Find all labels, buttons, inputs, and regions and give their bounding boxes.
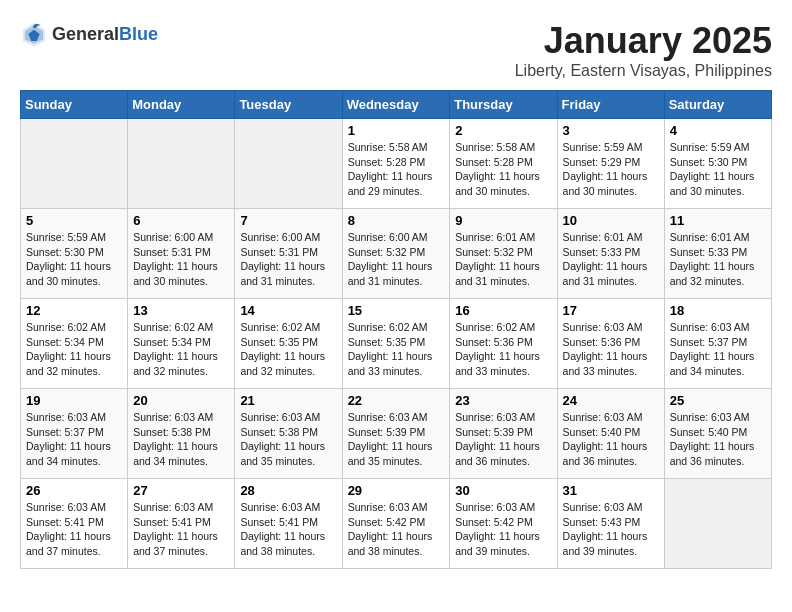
- day-info: Sunrise: 6:01 AMSunset: 5:33 PMDaylight:…: [563, 230, 659, 289]
- day-info: Sunrise: 5:59 AMSunset: 5:30 PMDaylight:…: [26, 230, 122, 289]
- day-info: Sunrise: 6:02 AMSunset: 5:35 PMDaylight:…: [240, 320, 336, 379]
- calendar-cell: 24Sunrise: 6:03 AMSunset: 5:40 PMDayligh…: [557, 389, 664, 479]
- day-number: 16: [455, 303, 551, 318]
- day-info: Sunrise: 6:03 AMSunset: 5:41 PMDaylight:…: [26, 500, 122, 559]
- week-row-3: 12Sunrise: 6:02 AMSunset: 5:34 PMDayligh…: [21, 299, 772, 389]
- day-number: 27: [133, 483, 229, 498]
- calendar-cell: 28Sunrise: 6:03 AMSunset: 5:41 PMDayligh…: [235, 479, 342, 569]
- calendar-cell: 10Sunrise: 6:01 AMSunset: 5:33 PMDayligh…: [557, 209, 664, 299]
- day-info: Sunrise: 6:01 AMSunset: 5:32 PMDaylight:…: [455, 230, 551, 289]
- day-number: 21: [240, 393, 336, 408]
- day-number: 25: [670, 393, 766, 408]
- calendar-cell: [128, 119, 235, 209]
- day-number: 28: [240, 483, 336, 498]
- day-info: Sunrise: 6:03 AMSunset: 5:40 PMDaylight:…: [563, 410, 659, 469]
- weekday-header-saturday: Saturday: [664, 91, 771, 119]
- calendar-cell: 1Sunrise: 5:58 AMSunset: 5:28 PMDaylight…: [342, 119, 450, 209]
- calendar-cell: 4Sunrise: 5:59 AMSunset: 5:30 PMDaylight…: [664, 119, 771, 209]
- calendar-cell: [235, 119, 342, 209]
- day-number: 7: [240, 213, 336, 228]
- day-info: Sunrise: 6:02 AMSunset: 5:36 PMDaylight:…: [455, 320, 551, 379]
- day-number: 5: [26, 213, 122, 228]
- day-info: Sunrise: 6:03 AMSunset: 5:38 PMDaylight:…: [240, 410, 336, 469]
- day-number: 4: [670, 123, 766, 138]
- day-info: Sunrise: 6:03 AMSunset: 5:42 PMDaylight:…: [348, 500, 445, 559]
- weekday-header-sunday: Sunday: [21, 91, 128, 119]
- calendar-cell: 23Sunrise: 6:03 AMSunset: 5:39 PMDayligh…: [450, 389, 557, 479]
- calendar: SundayMondayTuesdayWednesdayThursdayFrid…: [20, 90, 772, 569]
- day-number: 23: [455, 393, 551, 408]
- day-info: Sunrise: 6:00 AMSunset: 5:31 PMDaylight:…: [240, 230, 336, 289]
- day-number: 14: [240, 303, 336, 318]
- day-info: Sunrise: 6:02 AMSunset: 5:35 PMDaylight:…: [348, 320, 445, 379]
- day-info: Sunrise: 6:03 AMSunset: 5:37 PMDaylight:…: [670, 320, 766, 379]
- calendar-cell: 7Sunrise: 6:00 AMSunset: 5:31 PMDaylight…: [235, 209, 342, 299]
- day-info: Sunrise: 6:03 AMSunset: 5:40 PMDaylight:…: [670, 410, 766, 469]
- calendar-cell: 12Sunrise: 6:02 AMSunset: 5:34 PMDayligh…: [21, 299, 128, 389]
- calendar-cell: 16Sunrise: 6:02 AMSunset: 5:36 PMDayligh…: [450, 299, 557, 389]
- weekday-header-tuesday: Tuesday: [235, 91, 342, 119]
- calendar-cell: 13Sunrise: 6:02 AMSunset: 5:34 PMDayligh…: [128, 299, 235, 389]
- day-info: Sunrise: 6:03 AMSunset: 5:41 PMDaylight:…: [133, 500, 229, 559]
- calendar-cell: [664, 479, 771, 569]
- day-info: Sunrise: 6:02 AMSunset: 5:34 PMDaylight:…: [26, 320, 122, 379]
- day-number: 12: [26, 303, 122, 318]
- day-info: Sunrise: 6:02 AMSunset: 5:34 PMDaylight:…: [133, 320, 229, 379]
- day-number: 8: [348, 213, 445, 228]
- calendar-cell: 18Sunrise: 6:03 AMSunset: 5:37 PMDayligh…: [664, 299, 771, 389]
- day-number: 29: [348, 483, 445, 498]
- day-number: 10: [563, 213, 659, 228]
- day-info: Sunrise: 6:03 AMSunset: 5:36 PMDaylight:…: [563, 320, 659, 379]
- weekday-header-thursday: Thursday: [450, 91, 557, 119]
- calendar-cell: 17Sunrise: 6:03 AMSunset: 5:36 PMDayligh…: [557, 299, 664, 389]
- day-number: 19: [26, 393, 122, 408]
- day-info: Sunrise: 6:03 AMSunset: 5:41 PMDaylight:…: [240, 500, 336, 559]
- calendar-cell: 29Sunrise: 6:03 AMSunset: 5:42 PMDayligh…: [342, 479, 450, 569]
- day-info: Sunrise: 6:03 AMSunset: 5:38 PMDaylight:…: [133, 410, 229, 469]
- week-row-4: 19Sunrise: 6:03 AMSunset: 5:37 PMDayligh…: [21, 389, 772, 479]
- calendar-cell: 27Sunrise: 6:03 AMSunset: 5:41 PMDayligh…: [128, 479, 235, 569]
- day-number: 11: [670, 213, 766, 228]
- day-info: Sunrise: 6:03 AMSunset: 5:39 PMDaylight:…: [455, 410, 551, 469]
- calendar-cell: 8Sunrise: 6:00 AMSunset: 5:32 PMDaylight…: [342, 209, 450, 299]
- day-info: Sunrise: 5:58 AMSunset: 5:28 PMDaylight:…: [455, 140, 551, 199]
- day-number: 3: [563, 123, 659, 138]
- location-title: Liberty, Eastern Visayas, Philippines: [515, 62, 772, 80]
- day-number: 1: [348, 123, 445, 138]
- day-info: Sunrise: 6:01 AMSunset: 5:33 PMDaylight:…: [670, 230, 766, 289]
- calendar-cell: 20Sunrise: 6:03 AMSunset: 5:38 PMDayligh…: [128, 389, 235, 479]
- day-info: Sunrise: 6:03 AMSunset: 5:37 PMDaylight:…: [26, 410, 122, 469]
- calendar-cell: 14Sunrise: 6:02 AMSunset: 5:35 PMDayligh…: [235, 299, 342, 389]
- day-number: 18: [670, 303, 766, 318]
- day-info: Sunrise: 6:03 AMSunset: 5:43 PMDaylight:…: [563, 500, 659, 559]
- calendar-cell: 6Sunrise: 6:00 AMSunset: 5:31 PMDaylight…: [128, 209, 235, 299]
- calendar-cell: 2Sunrise: 5:58 AMSunset: 5:28 PMDaylight…: [450, 119, 557, 209]
- logo-icon: [20, 20, 48, 48]
- logo: GeneralBlue: [20, 20, 158, 48]
- calendar-cell: 11Sunrise: 6:01 AMSunset: 5:33 PMDayligh…: [664, 209, 771, 299]
- day-number: 17: [563, 303, 659, 318]
- month-title: January 2025: [515, 20, 772, 62]
- day-number: 6: [133, 213, 229, 228]
- day-number: 9: [455, 213, 551, 228]
- day-number: 20: [133, 393, 229, 408]
- calendar-cell: 26Sunrise: 6:03 AMSunset: 5:41 PMDayligh…: [21, 479, 128, 569]
- calendar-cell: 5Sunrise: 5:59 AMSunset: 5:30 PMDaylight…: [21, 209, 128, 299]
- weekday-header-monday: Monday: [128, 91, 235, 119]
- logo-text-general: General: [52, 24, 119, 44]
- header: GeneralBlue January 2025 Liberty, Easter…: [20, 20, 772, 80]
- calendar-cell: 25Sunrise: 6:03 AMSunset: 5:40 PMDayligh…: [664, 389, 771, 479]
- week-row-1: 1Sunrise: 5:58 AMSunset: 5:28 PMDaylight…: [21, 119, 772, 209]
- calendar-cell: 15Sunrise: 6:02 AMSunset: 5:35 PMDayligh…: [342, 299, 450, 389]
- calendar-cell: 31Sunrise: 6:03 AMSunset: 5:43 PMDayligh…: [557, 479, 664, 569]
- day-info: Sunrise: 6:00 AMSunset: 5:31 PMDaylight:…: [133, 230, 229, 289]
- week-row-5: 26Sunrise: 6:03 AMSunset: 5:41 PMDayligh…: [21, 479, 772, 569]
- day-info: Sunrise: 6:03 AMSunset: 5:42 PMDaylight:…: [455, 500, 551, 559]
- calendar-cell: 3Sunrise: 5:59 AMSunset: 5:29 PMDaylight…: [557, 119, 664, 209]
- day-number: 2: [455, 123, 551, 138]
- day-info: Sunrise: 5:59 AMSunset: 5:29 PMDaylight:…: [563, 140, 659, 199]
- week-row-2: 5Sunrise: 5:59 AMSunset: 5:30 PMDaylight…: [21, 209, 772, 299]
- day-info: Sunrise: 5:58 AMSunset: 5:28 PMDaylight:…: [348, 140, 445, 199]
- day-info: Sunrise: 6:03 AMSunset: 5:39 PMDaylight:…: [348, 410, 445, 469]
- calendar-cell: 22Sunrise: 6:03 AMSunset: 5:39 PMDayligh…: [342, 389, 450, 479]
